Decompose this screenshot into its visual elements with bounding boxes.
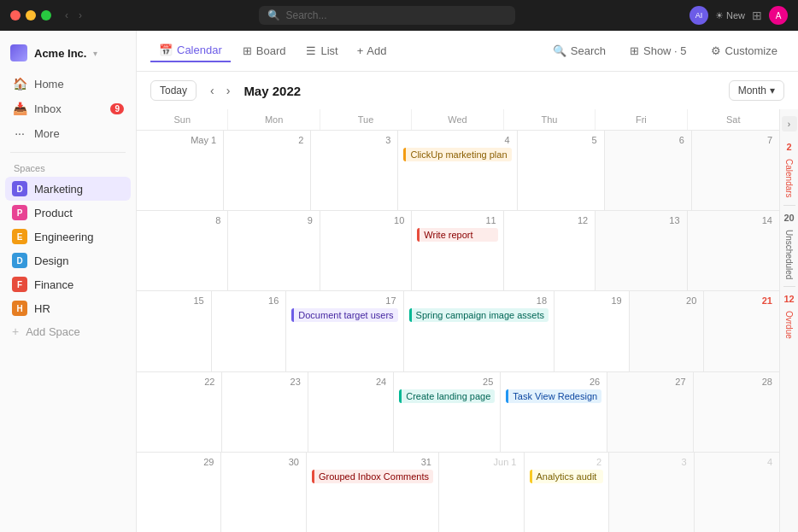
calendar-main: Sun Mon Tue Wed Thu Fri Sat May 1 2 bbox=[137, 109, 779, 532]
overdue-label[interactable]: Ovrdue bbox=[784, 311, 794, 339]
sidebar-divider bbox=[10, 152, 126, 153]
ai-button[interactable]: AI bbox=[689, 6, 708, 25]
engineering-icon: E bbox=[12, 229, 27, 244]
cell-jun4: 4 bbox=[695, 453, 780, 532]
add-view-button[interactable]: + Add bbox=[350, 41, 394, 61]
sidebar-item-engineering[interactable]: E Engineering bbox=[5, 225, 131, 248]
customize-icon: ⚙ bbox=[711, 44, 721, 57]
prev-month-button[interactable]: ‹ bbox=[205, 80, 220, 101]
day-header-wed: Wed bbox=[412, 109, 503, 130]
calendars-label[interactable]: Calendars bbox=[784, 159, 794, 198]
date-jun1: Jun 1 bbox=[444, 456, 519, 468]
event-grouped-inbox[interactable]: Grouped Inbox Comments bbox=[312, 470, 433, 483]
close-dot[interactable] bbox=[10, 10, 21, 20]
date-may30: 30 bbox=[226, 456, 301, 468]
date-may22: 22 bbox=[142, 376, 216, 388]
event-clickup-marketing[interactable]: ClickUp marketing plan bbox=[403, 148, 511, 161]
show-button[interactable]: ⊞ Show · 5 bbox=[623, 41, 694, 61]
week-3: 15 16 17 Document target users 18 Spring… bbox=[137, 291, 779, 371]
date-may9: 9 bbox=[233, 214, 314, 226]
sidebar-item-more[interactable]: ··· More bbox=[5, 121, 131, 145]
board-tab-icon: ⊞ bbox=[243, 44, 252, 57]
collapse-button[interactable]: › bbox=[782, 116, 797, 132]
user-avatar[interactable]: A bbox=[769, 6, 788, 25]
titlebar-search-inner[interactable]: 🔍 Search... bbox=[259, 6, 515, 25]
event-document-target-users[interactable]: Document target users bbox=[291, 308, 397, 322]
week-2: 8 9 10 11 Write report 12 13 14 bbox=[137, 211, 779, 291]
sidebar-item-more-label: More bbox=[34, 127, 60, 140]
event-create-landing[interactable]: Create landing page bbox=[399, 389, 495, 403]
more-icon: ··· bbox=[12, 126, 27, 140]
event-analytics-audit[interactable]: Analytics audit bbox=[530, 470, 604, 483]
cell-may9: 9 bbox=[228, 211, 320, 290]
event-write-report[interactable]: Write report bbox=[417, 228, 497, 242]
date-may8: 8 bbox=[142, 214, 222, 226]
sidebar-item-hr[interactable]: H HR bbox=[5, 296, 131, 320]
event-spring-campaign[interactable]: Spring campaign image assets bbox=[409, 308, 549, 322]
search-placeholder: Search... bbox=[285, 9, 326, 21]
week-5: 29 30 31 Grouped Inbox Comments Jun 1 2 … bbox=[137, 453, 779, 532]
next-month-button[interactable]: › bbox=[221, 80, 236, 101]
add-space-label: Add Space bbox=[26, 325, 80, 338]
maximize-dot[interactable] bbox=[41, 10, 51, 20]
date-may21: 21 bbox=[709, 295, 774, 307]
product-icon: P bbox=[12, 205, 27, 220]
star-icon: ☀ bbox=[715, 10, 724, 21]
search-icon: 🔍 bbox=[267, 9, 280, 21]
titlebar: ‹ › 🔍 Search... AI ☀ New ⊞ A bbox=[0, 0, 798, 31]
rs-divider-1 bbox=[783, 205, 795, 206]
sidebar-item-finance[interactable]: F Finance bbox=[5, 272, 131, 296]
cell-may21: 21 bbox=[704, 291, 779, 371]
date-may20: 20 bbox=[635, 295, 699, 307]
cell-may8: 8 bbox=[137, 211, 228, 290]
sidebar-item-home[interactable]: 🏠 Home bbox=[5, 72, 131, 96]
customize-label: Customize bbox=[725, 44, 777, 57]
brand-section[interactable]: Acme Inc. ▾ bbox=[0, 38, 136, 72]
search-button[interactable]: 🔍 Search bbox=[546, 41, 613, 61]
cell-jun3: 3 bbox=[609, 453, 695, 532]
grid-icon[interactable]: ⊞ bbox=[752, 9, 762, 22]
app-body: Acme Inc. ▾ 🏠 Home 📥 Inbox 9 ··· More Sp… bbox=[0, 31, 798, 532]
today-button[interactable]: Today bbox=[150, 80, 197, 101]
minimize-dot[interactable] bbox=[26, 10, 36, 20]
new-button[interactable]: ☀ New bbox=[715, 10, 745, 21]
sidebar-item-product[interactable]: P Product bbox=[5, 201, 131, 225]
calendar-header-right: Month ▾ bbox=[729, 80, 784, 101]
date-may24: 24 bbox=[314, 376, 388, 388]
main-content: 📅 Calendar ⊞ Board ☰ List + Add 🔍 Search bbox=[137, 31, 798, 532]
day-header-thu: Thu bbox=[504, 109, 596, 130]
marketing-icon: D bbox=[12, 181, 27, 196]
day-header-tue: Tue bbox=[320, 109, 412, 130]
cell-jun2: 2 Analytics audit bbox=[525, 453, 610, 532]
unscheduled-label[interactable]: Unscheduled bbox=[784, 230, 794, 279]
event-task-view-redesign[interactable]: Task View Redesign bbox=[506, 389, 601, 403]
cell-may6: 6 bbox=[605, 131, 692, 210]
sidebar-item-inbox-label: Inbox bbox=[34, 102, 62, 115]
back-arrow[interactable]: ‹ bbox=[62, 8, 72, 23]
show-icon: ⊞ bbox=[630, 44, 639, 57]
date-may23: 23 bbox=[227, 376, 302, 388]
day-header-sun: Sun bbox=[137, 109, 228, 130]
date-may18: 18 bbox=[409, 295, 549, 307]
home-icon: 🏠 bbox=[12, 77, 27, 91]
cell-may22: 22 bbox=[137, 372, 222, 452]
date-may26: 26 bbox=[506, 376, 601, 388]
date-may11: 11 bbox=[417, 214, 497, 226]
forward-arrow[interactable]: › bbox=[75, 8, 85, 23]
customize-button[interactable]: ⚙ Customize bbox=[704, 41, 784, 61]
calendar-header: Today ‹ › May 2022 Month ▾ bbox=[137, 72, 798, 109]
tab-list[interactable]: ☰ List bbox=[297, 40, 346, 61]
sidebar-item-marketing[interactable]: D Marketing bbox=[5, 177, 131, 201]
sidebar-item-design[interactable]: D Design bbox=[5, 248, 131, 272]
date-may3: 3 bbox=[316, 134, 392, 146]
month-selector[interactable]: Month ▾ bbox=[729, 80, 784, 101]
date-may1: May 1 bbox=[142, 134, 218, 146]
sidebar-item-inbox[interactable]: 📥 Inbox 9 bbox=[5, 96, 131, 120]
tab-board[interactable]: ⊞ Board bbox=[234, 40, 295, 61]
date-may14: 14 bbox=[693, 214, 774, 226]
add-space-button[interactable]: + Add Space bbox=[5, 320, 131, 342]
right-sidebar: › 2 Calendars 20 Unscheduled 12 Ovrdue bbox=[779, 109, 798, 532]
date-may4: 4 bbox=[403, 134, 511, 146]
cell-may1: May 1 bbox=[137, 131, 224, 210]
tab-calendar[interactable]: 📅 Calendar bbox=[150, 39, 231, 62]
